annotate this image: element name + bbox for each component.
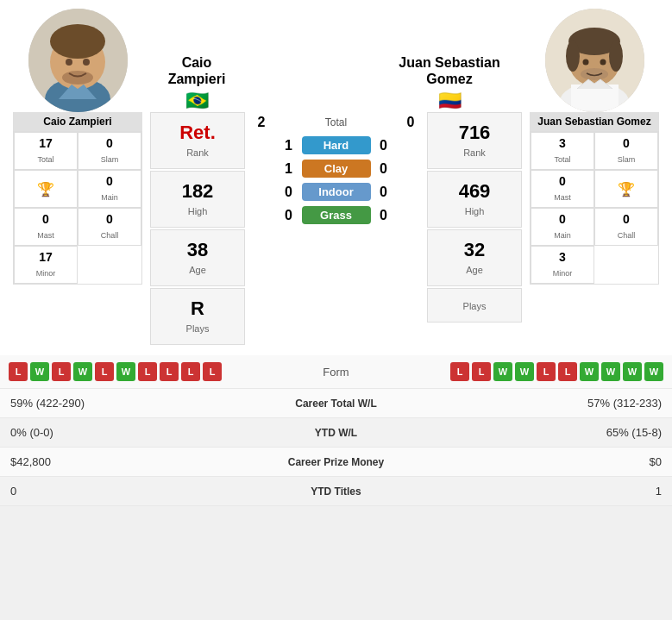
left-player-name-header: Caio Zampieri (154, 54, 240, 87)
left-slam-label: Slam (101, 155, 119, 164)
right-slam-val: 0 (597, 136, 656, 150)
stats-table: 59% (422-290) Career Total W/L 57% (312-… (0, 389, 672, 506)
left-player-avatar (28, 9, 128, 112)
indoor-score-right: 0 (371, 185, 397, 200)
stats-table-row: 0% (0-0) YTD W/L 65% (15-8) (0, 418, 672, 448)
left-player-stats-grid: 17 Total 0 Slam 🏆 0 Main 0 (13, 131, 142, 285)
stat-center-label: YTD Titles (236, 477, 437, 506)
right-player-info-name: Juan Sebastian Gomez (530, 112, 659, 131)
total-score-row: 2 Total 0 (248, 115, 424, 130)
right-rank-box: 716 Rank (427, 112, 522, 169)
form-label: Form (230, 366, 442, 379)
hard-score-right: 0 (371, 138, 397, 153)
main-container: Caio Zampieri Juan Sebastian Gomez 🇧🇷 🇨🇴 (0, 0, 672, 506)
left-player-info-name: Caio Zampieri (13, 112, 142, 131)
svg-point-16 (581, 68, 608, 80)
svg-point-6 (62, 71, 93, 85)
left-chall-label: Chall (101, 231, 119, 240)
form-badge-left: L (9, 362, 28, 381)
left-chall-cell: 0 Chall (78, 208, 141, 246)
stat-left-val: 0 (0, 477, 236, 506)
stat-right-val: 1 (436, 477, 672, 506)
right-age-box: 32 Age (427, 229, 522, 286)
right-high-label: High (465, 206, 485, 216)
stat-center-label: Career Prize Money (236, 448, 437, 477)
right-trophy-icon: 🏆 (618, 181, 635, 197)
form-badge-right: L (558, 362, 577, 381)
clay-badge: Clay (302, 160, 371, 178)
grass-score-left: 0 (276, 208, 302, 223)
right-trophy-main: 🏆 (594, 170, 658, 208)
right-rank-val: 716 (431, 122, 518, 144)
left-total-val: 17 (16, 136, 75, 150)
plays-box: R Plays (150, 288, 245, 345)
stats-table-row: $42,800 Career Prize Money $0 (0, 448, 672, 477)
form-badge-left: L (52, 362, 71, 381)
right-minor-label: Minor (553, 269, 573, 278)
clay-score-left: 1 (276, 161, 302, 177)
left-player-info: Caio Zampieri 17 Total 0 Slam 🏆 0 (9, 112, 147, 347)
svg-point-15 (600, 59, 606, 66)
right-slam-label: Slam (618, 155, 636, 164)
rank-val: Ret. (154, 122, 241, 144)
right-main-val: 0 (533, 212, 592, 226)
form-badge-right: L (472, 362, 491, 381)
stat-center-label: YTD W/L (236, 418, 437, 448)
stat-right-val: 57% (312-233) (436, 389, 672, 418)
high-box: 182 High (150, 171, 245, 228)
svg-point-14 (582, 59, 588, 66)
left-flag: 🇧🇷 (154, 90, 240, 112)
form-badge-left: L (160, 362, 179, 381)
right-mast-label: Mast (554, 193, 571, 202)
center-left-stats: Ret. Rank 182 High 38 Age R Plays (150, 112, 245, 347)
left-main-label: Main (101, 193, 118, 202)
right-rank-label: Rank (463, 147, 486, 158)
right-chall-val: 0 (597, 212, 656, 226)
form-badge-right: W (580, 362, 599, 381)
left-player-col (9, 9, 147, 112)
right-player-name-header: Juan Sebastian Gomez (380, 54, 518, 87)
left-total-label: Total (37, 155, 53, 164)
grass-badge: Grass (302, 206, 371, 224)
left-form-badges: LWLWLWLLLL (9, 362, 222, 381)
stat-center-label: Career Total W/L (236, 389, 437, 418)
left-minor-val: 17 (16, 250, 75, 264)
form-badge-right: W (493, 362, 512, 381)
right-age-label: Age (466, 265, 483, 275)
form-badge-right: L (537, 362, 556, 381)
left-slam-val: 0 (80, 136, 139, 150)
svg-point-5 (83, 59, 90, 66)
right-main-cell: 0 Main (531, 208, 594, 246)
form-badge-right: W (644, 362, 663, 381)
right-total-val: 3 (533, 136, 592, 150)
stat-left-val: $42,800 (0, 448, 236, 477)
indoor-score-row: 0 Indoor 0 (248, 183, 424, 201)
total-score-right: 0 (398, 115, 424, 130)
stat-right-val: 65% (15-8) (436, 418, 672, 448)
right-high-val: 469 (431, 180, 518, 203)
form-badge-left: W (116, 362, 135, 381)
right-player-col (525, 9, 663, 112)
names-avatars-row: Caio Zampieri Juan Sebastian Gomez 🇧🇷 🇨🇴 (9, 9, 663, 112)
plays-label: Plays (186, 323, 210, 334)
stat-left-val: 0% (0-0) (0, 418, 236, 448)
form-badge-left: L (95, 362, 114, 381)
left-slam-cell: 0 Slam (78, 132, 141, 170)
left-trophy-mast: 🏆 (14, 170, 78, 208)
center-header: Caio Zampieri Juan Sebastian Gomez 🇧🇷 🇨🇴 (147, 54, 525, 112)
svg-point-4 (66, 59, 72, 66)
bottom-section: LWLWLWLLLL Form LLWWLLWWWW 59% (422-290)… (0, 355, 672, 506)
left-minor-label: Minor (36, 269, 56, 278)
age-box: 38 Age (150, 229, 245, 286)
stat-left-val: 59% (422-290) (0, 389, 236, 418)
right-total-cell: 3 Total (531, 132, 594, 170)
left-mast-cell: 0 Mast (14, 208, 78, 246)
form-badge-left: W (73, 362, 92, 381)
stats-table-row: 59% (422-290) Career Total W/L 57% (312-… (0, 389, 672, 418)
age-label: Age (189, 265, 206, 275)
grass-score-row: 0 Grass 0 (248, 206, 424, 224)
clay-score-right: 0 (371, 161, 397, 177)
form-badge-left: L (203, 362, 222, 381)
right-plays-label: Plays (463, 301, 487, 311)
rank-box: Ret. Rank (150, 112, 245, 169)
